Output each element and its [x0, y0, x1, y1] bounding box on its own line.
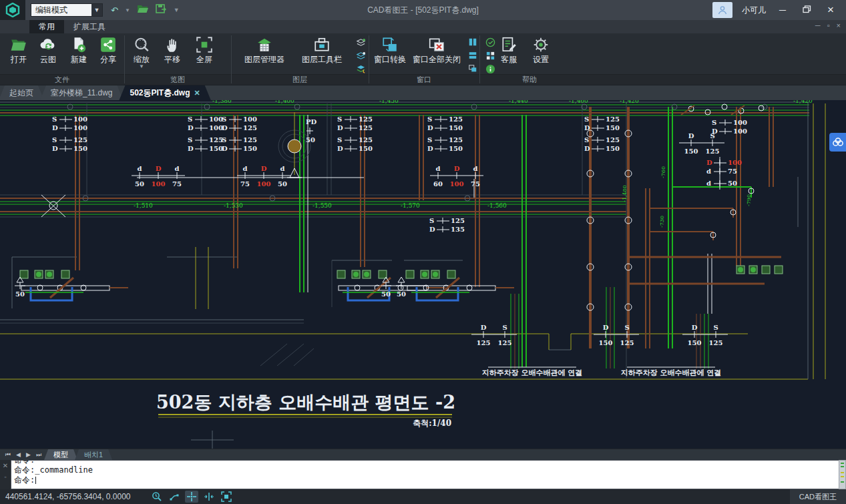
ribbon-button-layermgr[interactable]: 图层管理器: [234, 35, 295, 64]
command-line-current[interactable]: 命令:: [14, 475, 839, 485]
ribbon-tab-common[interactable]: 常用: [29, 20, 64, 33]
svg-text:d: d: [436, 165, 441, 172]
about-info-icon[interactable]: [485, 63, 495, 74]
username[interactable]: 小可儿: [742, 5, 766, 16]
cascade-windows-icon[interactable]: [467, 63, 478, 74]
edit-mode-select[interactable]: 编辑模式 ▼: [31, 3, 103, 17]
svg-text:150: 150: [449, 124, 463, 132]
svg-text:125: 125: [449, 136, 463, 144]
svg-text:지하주차장 오배수배관에 연결: 지하주차장 오배수배관에 연결: [621, 368, 722, 377]
svg-text:D: D: [427, 124, 433, 132]
tab-layout1[interactable]: 배치1: [75, 449, 112, 460]
ortho-snap-icon[interactable]: [202, 491, 216, 503]
close-command-icon[interactable]: ✕: [3, 462, 8, 469]
document-tab[interactable]: 起始页: [0, 85, 44, 100]
command-handle-icon[interactable]: ◦: [4, 473, 7, 481]
svg-text:150: 150: [606, 145, 620, 152]
svg-text:125: 125: [359, 136, 373, 144]
svg-text:D: D: [688, 132, 694, 140]
svg-text:50: 50: [278, 180, 287, 188]
svg-text:D: D: [429, 226, 435, 233]
measure-segment-icon[interactable]: [168, 491, 181, 503]
command-line-prev: 命令:_commandline: [14, 465, 839, 475]
svg-text:S: S: [52, 136, 57, 144]
minimize-button[interactable]: ─: [775, 0, 790, 20]
doc-restore-icon[interactable]: ▫: [827, 21, 830, 29]
document-tab-label: 502동PIT층.dwg: [130, 87, 190, 99]
undo-expand-icon[interactable]: ▼: [125, 7, 130, 13]
prev-layout-icon[interactable]: ◀: [16, 451, 21, 458]
svg-text:S: S: [584, 136, 589, 144]
svg-text:150: 150: [688, 339, 702, 346]
svg-text:125: 125: [706, 148, 720, 155]
svg-text:125: 125: [359, 124, 373, 132]
layout-tab-bar: ⏮ ◀ ▶ ⏭ 模型 배치1: [0, 449, 846, 460]
command-history[interactable]: 命令: 命令:_commandline 命令:: [11, 460, 839, 489]
svg-text:-1,570: -1,570: [401, 202, 420, 209]
check-update-icon[interactable]: [485, 37, 495, 47]
svg-text:60: 60: [433, 180, 443, 188]
drawing-canvas[interactable]: -1,380-1,400-1,450-1,440-1,460-1,420-1,4…: [0, 100, 846, 449]
cad-drawing[interactable]: -1,380-1,400-1,450-1,440-1,460-1,420-1,4…: [0, 100, 846, 449]
svg-text:D: D: [261, 165, 267, 172]
svg-text:d: d: [706, 180, 711, 187]
svg-text:S: S: [624, 324, 629, 331]
close-tab-icon[interactable]: ✕: [194, 89, 200, 97]
restore-button[interactable]: [799, 0, 814, 20]
layer-color-icon[interactable]: [355, 63, 366, 74]
fullscreen-icon: [174, 35, 235, 55]
svg-text:125: 125: [243, 124, 257, 132]
svg-text:d: d: [243, 165, 248, 172]
svg-text:d: d: [138, 165, 142, 172]
close-button[interactable]: ×: [823, 0, 838, 20]
zoom-history-icon[interactable]: [150, 491, 164, 503]
new-feature-icon[interactable]: [485, 50, 495, 61]
crosshair-toggle-icon[interactable]: [185, 491, 198, 503]
first-layout-icon[interactable]: ⏮: [5, 451, 11, 459]
ribbon-button-fullscreen[interactable]: 全屏: [174, 35, 235, 64]
svg-text:150: 150: [243, 145, 257, 152]
svg-text:75: 75: [240, 180, 250, 188]
ribbon-button-layerbar[interactable]: 图层工具栏: [291, 35, 353, 64]
svg-text:-790: -790: [746, 194, 752, 206]
undo-icon[interactable]: ↶: [111, 5, 118, 15]
user-avatar[interactable]: [712, 2, 732, 18]
app-logo: [0, 0, 25, 20]
svg-text:125: 125: [606, 136, 620, 144]
app-logo-icon: [5, 3, 20, 17]
customize-toolbar-icon[interactable]: ▼: [174, 7, 180, 13]
svg-text:D: D: [706, 159, 712, 166]
tile-horizontal-icon[interactable]: [467, 50, 478, 61]
last-layout-icon[interactable]: ⏭: [36, 451, 41, 459]
ribbon-button-wincloseall[interactable]: 窗口全部关闭: [406, 35, 467, 64]
open-folder-icon[interactable]: [137, 4, 149, 16]
cloud-sync-float-button[interactable]: [829, 133, 846, 152]
ribbon-button-settings[interactable]: 设置: [510, 35, 572, 64]
svg-text:S: S: [584, 115, 589, 123]
document-tab[interactable]: 室外楼梯_11.dwg: [40, 85, 123, 100]
next-layout-icon[interactable]: ▶: [26, 451, 31, 458]
svg-text:D: D: [222, 124, 228, 132]
doc-minimize-icon[interactable]: ─: [815, 21, 821, 29]
cursor-coordinates: 440561.4124, -65756.3404, 0.0000: [0, 492, 150, 501]
svg-text:S: S: [502, 324, 507, 331]
svg-text:D: D: [188, 145, 194, 152]
svg-text:150: 150: [684, 148, 698, 155]
tile-vertical-icon[interactable]: [467, 37, 478, 47]
ribbon-group-label: 帮助: [479, 75, 580, 84]
svg-text:100: 100: [733, 119, 747, 126]
command-scrollbar[interactable]: [839, 460, 846, 489]
svg-text:150: 150: [209, 145, 223, 152]
zoom-extents-icon[interactable]: [220, 491, 233, 503]
ribbon-tab-extended[interactable]: 扩展工具: [64, 20, 115, 33]
cad-viewer-window: 编辑模式 ▼ ↶ ▼ ▼ CAD看图王 - [502동PIT층.dwg] 小可儿…: [0, 0, 846, 504]
tab-model[interactable]: 模型: [44, 449, 77, 460]
svg-text:-1,550: -1,550: [312, 202, 332, 209]
doc-close-icon[interactable]: ×: [837, 21, 841, 29]
svg-text:S: S: [222, 115, 226, 123]
save-icon[interactable]: [156, 4, 167, 16]
svg-text:-1,460: -1,460: [569, 100, 588, 104]
document-tab[interactable]: 502동PIT층.dwg✕: [119, 85, 210, 100]
chevron-down-icon[interactable]: ▼: [111, 64, 172, 69]
svg-text:100: 100: [733, 128, 747, 135]
